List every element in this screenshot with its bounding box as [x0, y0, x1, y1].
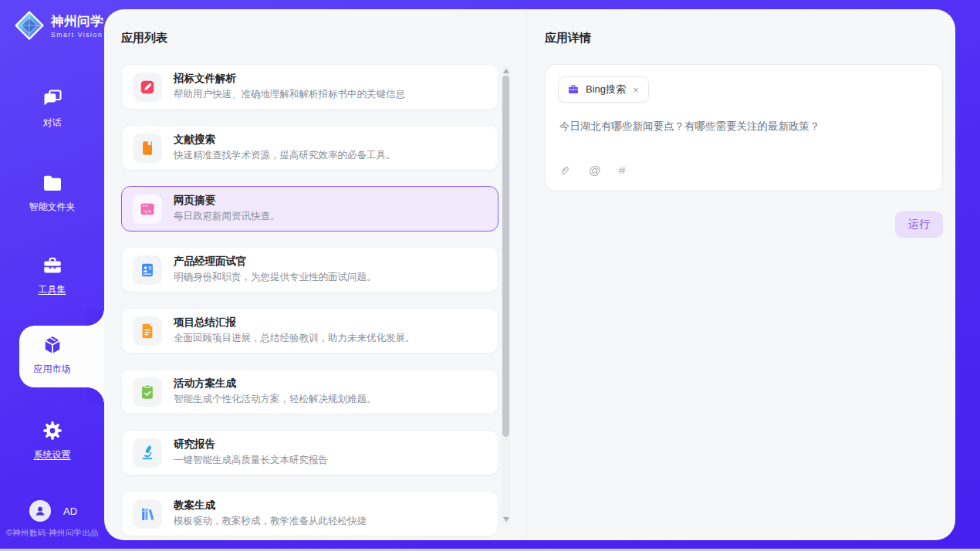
- folder-icon: [41, 171, 64, 194]
- tool-tag-label: Bing搜索: [586, 83, 626, 96]
- app-name: 教案生成: [174, 499, 367, 512]
- gear-icon: [41, 419, 64, 442]
- app-icon-tile: [133, 316, 162, 346]
- sidebar-item-settings[interactable]: 系统设置: [0, 419, 104, 461]
- app-name: 项目总结汇报: [174, 316, 415, 329]
- app-icon-tile: [133, 438, 162, 468]
- book-icon: [139, 140, 156, 157]
- interview-icon: [139, 262, 156, 279]
- scrollbar-thumb[interactable]: [502, 76, 509, 437]
- app-name: 招标文件解析: [174, 73, 405, 85]
- svg-text:</>: </>: [144, 208, 152, 213]
- app-card[interactable]: 教案生成 模板驱动，教案秒成，教学准备从此轻松快捷: [121, 491, 498, 536]
- sidebar-item-label: 工具集: [39, 283, 66, 296]
- query-text[interactable]: 今日湖北有哪些新闻要点？有哪些需要关注的最新政策？: [559, 119, 930, 134]
- app-name: 文献搜索: [174, 134, 396, 146]
- app-name: 产品经理面试官: [174, 255, 377, 268]
- app-name: 研究报告: [174, 438, 328, 451]
- prompt-card: Bing搜索 × 今日湖北有哪些新闻要点？有哪些需要关注的最新政策？ @ #: [545, 64, 943, 191]
- toolbox-icon: [41, 254, 64, 277]
- close-icon[interactable]: ×: [632, 85, 640, 95]
- app-description: 明确身份和职责，为您提供专业性的面试问题。: [174, 271, 377, 284]
- app-card[interactable]: 活动方案生成 智能生成个性化活动方案，轻松解决规划难题。: [121, 369, 498, 414]
- report-note-icon: [139, 323, 156, 340]
- app-icon-tile: [133, 255, 162, 285]
- copyright-text: ©神州数码·神州问学出品: [6, 528, 99, 539]
- app-list-pane: 应用列表 招标文件解析 帮助用户快速、准确地理解和解析招标书中的关键信息: [104, 9, 527, 540]
- app-card[interactable]: 产品经理面试官 明确身份和职责，为您提供专业性的面试问题。: [121, 247, 498, 292]
- app-list-title: 应用列表: [121, 31, 526, 46]
- app-description: 每日政府新闻资讯快查。: [174, 210, 280, 223]
- tool-tag-bing-search[interactable]: Bing搜索 ×: [558, 76, 649, 103]
- app-card-selected[interactable]: </> 网页摘要 每日政府新闻资讯快查。: [121, 186, 498, 232]
- scroll-down-arrow[interactable]: [503, 517, 509, 522]
- sidebar: 神州问学 Smart Vision 对话 智能文件夹 工具集 应用市场: [0, 0, 104, 551]
- sidebar-item-label: 应用市场: [34, 363, 71, 376]
- app-icon-tile: [133, 134, 162, 163]
- brand-subtitle: Smart Vision: [51, 31, 103, 39]
- app-card[interactable]: 招标文件解析 帮助用户快速、准确地理解和解析招标书中的关键信息: [121, 64, 498, 110]
- web-code-icon: </>: [139, 201, 156, 218]
- user-account[interactable]: AD: [29, 500, 77, 522]
- attachment-icon[interactable]: [558, 164, 571, 177]
- microscope-icon: [139, 445, 156, 461]
- edit-doc-icon: [139, 79, 156, 96]
- user-name: AD: [63, 505, 77, 517]
- cube-icon: [41, 333, 64, 357]
- sidebar-item-label: 智能文件夹: [29, 201, 76, 214]
- brand-diamond-icon: [14, 10, 45, 41]
- sidebar-item-label: 对话: [43, 117, 62, 130]
- app-name: 活动方案生成: [174, 377, 377, 390]
- app-description: 一键智能生成高质量长文本研究报告: [174, 454, 328, 467]
- mention-icon[interactable]: @: [589, 164, 601, 177]
- composer-toolbar: @ #: [558, 164, 930, 179]
- hash-icon[interactable]: #: [619, 164, 626, 177]
- app-description: 模板驱动，教案秒成，教学准备从此轻松快捷: [174, 515, 367, 528]
- scroll-up-arrow[interactable]: [503, 69, 509, 73]
- chat-icon: [41, 87, 64, 110]
- app-logo: 神州问学 Smart Vision: [14, 10, 103, 41]
- sidebar-item-label: 系统设置: [34, 448, 71, 461]
- sidebar-item-chat[interactable]: 对话: [0, 87, 104, 130]
- app-card[interactable]: 项目总结汇报 全面回顾项目进展，总结经验教训，助力未来优化发展。: [121, 308, 498, 353]
- sidebar-item-toolset[interactable]: 工具集: [0, 254, 104, 296]
- app-card[interactable]: 文献搜索 快速精准查找学术资源，提高研究效率的必备工具。: [121, 125, 498, 171]
- app-icon-tile: [133, 499, 162, 529]
- app-description: 帮助用户快速、准确地理解和解析招标书中的关键信息: [174, 88, 405, 101]
- avatar: [29, 500, 51, 522]
- app-cards: 招标文件解析 帮助用户快速、准确地理解和解析招标书中的关键信息 文献搜索 快速精…: [121, 64, 498, 536]
- sidebar-item-app-market[interactable]: 应用市场: [0, 333, 104, 376]
- books-icon: [139, 505, 156, 522]
- main-panel: 应用列表 招标文件解析 帮助用户快速、准确地理解和解析招标书中的关键信息: [104, 9, 955, 540]
- briefcase-icon: [567, 83, 580, 96]
- scrollbar[interactable]: [502, 66, 510, 525]
- clipboard-check-icon: [139, 384, 156, 401]
- app-icon-tile: [133, 377, 162, 407]
- app-icon-tile: [133, 73, 162, 102]
- run-button[interactable]: 运行: [895, 211, 943, 238]
- app-description: 全面回顾项目进展，总结经验教训，助力未来优化发展。: [174, 332, 415, 345]
- brand-name: 神州问学: [51, 13, 103, 30]
- app-description: 智能生成个性化活动方案，轻松解决规划难题。: [174, 393, 377, 406]
- user-icon: [32, 503, 48, 519]
- app-card[interactable]: 研究报告 一键智能生成高质量长文本研究报告: [121, 430, 498, 475]
- app-name: 网页摘要: [174, 194, 280, 207]
- sidebar-item-smart-folder[interactable]: 智能文件夹: [0, 171, 104, 214]
- app-detail-title: 应用详情: [545, 31, 943, 46]
- app-description: 快速精准查找学术资源，提高研究效率的必备工具。: [174, 149, 396, 162]
- app-detail-pane: 应用详情 Bing搜索 × 今日湖北有哪些新闻要点？有哪些需要关注的最新政策？: [528, 9, 955, 540]
- app-icon-tile: </>: [133, 194, 162, 224]
